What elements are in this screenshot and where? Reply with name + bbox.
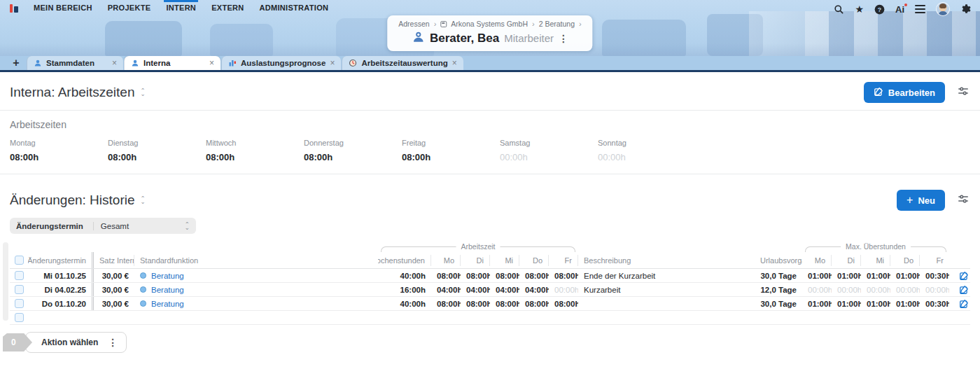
cell-ue-do: 00:00h	[890, 286, 920, 294]
worktimes-section: Arbeitszeiten Montag08:00h Dienstag08:00…	[0, 111, 980, 174]
entity-name: Berater, Bea	[430, 32, 499, 46]
col-beschreibung[interactable]: Beschreibung	[578, 256, 755, 265]
person-icon	[131, 59, 139, 67]
tab-label: Stammdaten	[46, 59, 94, 67]
cell-ue-mi: 01:00h	[861, 300, 890, 308]
close-tab-icon[interactable]: ×	[112, 58, 117, 68]
breadcrumb-adressen[interactable]: Adressen	[398, 20, 429, 28]
col-do[interactable]: Do	[519, 255, 549, 266]
help-icon[interactable]: ?	[874, 4, 885, 15]
action-menu-icon[interactable]: ⋮	[108, 337, 118, 347]
breadcrumb-separator: ›	[434, 20, 437, 28]
day-donnerstag: Donnerstag08:00h	[304, 139, 402, 162]
edit-row-icon[interactable]	[949, 299, 970, 309]
col-standardfunktion[interactable]: Standardfunktion	[134, 256, 378, 265]
cell-urlaub: 12,0 Tage	[755, 286, 802, 294]
row-checkbox[interactable]	[10, 269, 28, 282]
col-urlaubsvorgabe[interactable]: Urlaubsvorgabe	[755, 256, 802, 265]
breadcrumb-department[interactable]: 2 Beratung	[539, 20, 575, 28]
search-icon[interactable]	[834, 4, 844, 15]
col-di[interactable]: Di	[461, 255, 490, 266]
settings-gear-icon[interactable]	[960, 4, 972, 15]
person-icon	[34, 59, 42, 67]
table-row[interactable]: Mi 01.10.25 30,00 € Beratung 40:00h 08:0…	[10, 269, 970, 283]
edit-row-icon[interactable]	[949, 271, 970, 281]
table-row[interactable]: Do 01.10.20 30,00 € Beratung 40:00h 08:0…	[10, 297, 970, 311]
col-fr[interactable]: Fr	[549, 255, 578, 266]
page-title: Interna: Arbeitszeiten ⌃⌄	[10, 85, 146, 100]
group-arbeitszeit: Arbeitszeit	[381, 246, 575, 252]
cell-mo: 08:00h	[431, 300, 461, 308]
cell-ue-mo: 01:00h	[802, 300, 832, 308]
day-sonntag: Sonntag00:00h	[598, 139, 696, 162]
cell-termin: Mi 01.10.25	[28, 269, 94, 282]
header-background	[210, 24, 273, 56]
group-by-select[interactable]: Änderungstermin Gesamt ⌃⌄	[10, 218, 196, 234]
col-ue-di[interactable]: Di	[832, 255, 861, 266]
favorite-star-icon[interactable]: ★	[855, 4, 864, 14]
col-ue-mi[interactable]: Mi	[861, 255, 890, 266]
tab-stammdaten[interactable]: Stammdaten ×	[27, 56, 123, 70]
col-ue-fr[interactable]: Fr	[920, 256, 949, 265]
cell-funktion[interactable]: Beratung	[134, 272, 378, 280]
nav-item-projekte[interactable]: PROJEKTE	[108, 0, 151, 15]
bearbeiten-button[interactable]: Bearbeiten	[864, 82, 945, 103]
collapse-toggle-icon[interactable]: ⌃⌄	[141, 89, 146, 96]
nav-item-intern[interactable]: INTERN	[166, 0, 196, 15]
row-checkbox[interactable]	[10, 297, 28, 310]
app-header: MEIN BEREICH PROJEKTE INTERN EXTERN ADMI…	[0, 0, 980, 56]
close-tab-icon[interactable]: ×	[330, 58, 335, 68]
ai-assistant-icon[interactable]: Ai	[895, 5, 904, 14]
table-header-row: ↓Änderungstermin Satz Intern Standardfun…	[10, 252, 970, 269]
table-settings-icon[interactable]	[956, 193, 970, 208]
col-mi[interactable]: Mi	[490, 255, 519, 266]
day-freitag: Freitag08:00h	[402, 139, 500, 162]
table-new-row[interactable]	[10, 311, 970, 325]
nav-item-mein-bereich[interactable]: MEIN BEREICH	[34, 0, 92, 15]
table-settings-icon[interactable]	[956, 85, 970, 100]
group-max-ueberstunden: Max. Überstunden	[805, 246, 946, 252]
row-checkbox[interactable]	[10, 283, 28, 296]
nav-item-administration[interactable]: ADMINISTRATION	[260, 0, 329, 15]
cell-funktion[interactable]: Beratung	[134, 300, 378, 308]
status-dot-icon	[140, 286, 146, 293]
cell-funktion[interactable]: Beratung	[134, 286, 378, 294]
header-background	[105, 21, 182, 56]
clock-icon	[349, 59, 357, 67]
neu-button[interactable]: + Neu	[897, 190, 945, 211]
menu-icon[interactable]	[915, 5, 925, 13]
history-header: Änderungen: Historie ⌃⌄ + Neu	[0, 174, 980, 216]
table-row[interactable]: Di 04.02.25 30,00 € Beratung 16:00h 04:0…	[10, 283, 970, 297]
close-tab-icon[interactable]: ×	[452, 58, 457, 68]
cell-ue-mi: 01:00h	[861, 272, 890, 280]
aktion-waehlen-button[interactable]: Aktion wählen ⋮	[25, 332, 127, 353]
tab-auslastungsprognose[interactable]: Auslastungsprognose ×	[221, 56, 341, 70]
breadcrumb-company[interactable]: Arkona Systems GmbH	[451, 20, 528, 28]
col-aenderungstermin[interactable]: ↓Änderungstermin	[28, 252, 94, 268]
page-header: Interna: Arbeitszeiten ⌃⌄ Bearbeiten	[0, 72, 980, 110]
cell-ue-mi: 00:00h	[861, 286, 890, 294]
close-tab-icon[interactable]: ×	[209, 58, 214, 68]
action-bar: 0 Aktion wählen ⋮	[3, 332, 970, 353]
nav-item-extern[interactable]: EXTERN	[211, 0, 244, 15]
entity-menu-icon[interactable]: ⋮	[559, 34, 568, 43]
edit-row-icon[interactable]	[949, 285, 970, 295]
collapse-toggle-icon[interactable]: ⌃⌄	[141, 197, 146, 204]
history-table: Arbeitszeit Max. Überstunden ↓Änderungst…	[10, 241, 970, 325]
col-mo[interactable]: Mo	[431, 255, 461, 266]
tab-label: Auslastungsprognose	[241, 59, 326, 67]
company-icon	[440, 21, 447, 27]
tab-arbeitszeitauswertung[interactable]: Arbeitszeitauswertung ×	[342, 56, 463, 70]
add-tab-button[interactable]: +	[6, 56, 27, 70]
col-ue-do[interactable]: Do	[890, 255, 920, 266]
cell-beschreibung: Ende der Kurzarbeit	[578, 272, 755, 280]
col-wochenstunden[interactable]: Wochenstunden	[378, 255, 431, 266]
row-checkbox[interactable]	[10, 311, 28, 324]
select-all-checkbox[interactable]	[10, 252, 28, 268]
user-avatar[interactable]	[936, 2, 950, 16]
col-ue-mo[interactable]: Mo	[802, 255, 832, 266]
cell-di: 04:00h	[461, 286, 490, 294]
tab-interna[interactable]: Interna ×	[124, 56, 220, 70]
col-satz-intern[interactable]: Satz Intern	[94, 255, 134, 266]
breadcrumb-separator: ›	[579, 20, 582, 28]
